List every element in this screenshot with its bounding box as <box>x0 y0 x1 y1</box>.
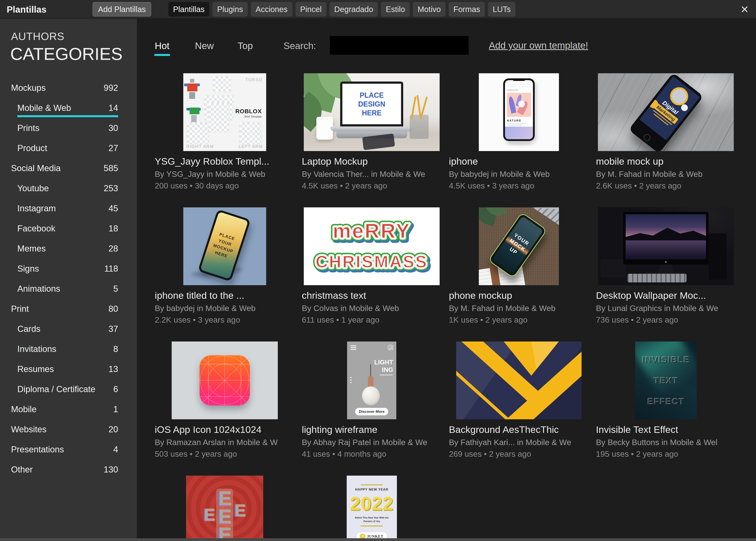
template-thumbnail-lighting-wireframe[interactable]: LIGHT ING Discover More <box>347 341 396 419</box>
sidebar-item-facebook[interactable]: Facebook18 <box>11 219 118 239</box>
template-usage: 611 uses • 1 year ago <box>302 315 442 324</box>
template-card[interactable]: meRRY meRRY meRRY CHRISMASS CHRISMASS CH… <box>302 208 442 341</box>
sidebar-item-print[interactable]: Print80 <box>11 299 118 319</box>
resource-tabs: Plantillas Plugins Acciones Pincel Degra… <box>168 2 516 17</box>
add-own-template-link[interactable]: Add your own template! <box>489 40 588 51</box>
template-byline: By M. Fahad in Mobile & Web <box>449 304 589 313</box>
sidebar-item-signs[interactable]: Signs118 <box>11 259 118 279</box>
template-thumbnail-aesthetic-background[interactable] <box>456 341 581 419</box>
template-usage: 1K uses • 2 years ago <box>449 315 589 324</box>
template-usage: 200 uses • 30 days ago <box>155 181 294 191</box>
keyboard <box>627 274 686 282</box>
template-thumbnail-desktop-wallpaper[interactable] <box>598 208 734 285</box>
sidebar-item-other[interactable]: Other130 <box>11 459 118 480</box>
sidebar-item-websites[interactable]: Websites20 <box>11 419 118 439</box>
tab-pincel[interactable]: Pincel <box>295 2 326 17</box>
tab-luts[interactable]: LUTs <box>488 2 516 17</box>
discover-more-button: Discover More <box>355 408 388 415</box>
search-input[interactable] <box>330 36 469 55</box>
close-icon[interactable]: ✕ <box>740 0 749 19</box>
sidebar-item-youtube[interactable]: Youtube253 <box>11 178 118 198</box>
authors-heading[interactable]: AUTHORS <box>11 30 64 42</box>
svg-text:CHRISMASS: CHRISMASS <box>316 252 428 271</box>
horizontal-scrollbar[interactable] <box>0 538 756 541</box>
template-card[interactable]: Digital Marketing mobile mock up By M. F… <box>596 73 736 208</box>
template-thumbnail-new-year-2022[interactable]: HAPPY NEW YEAR 2022 Relish This New Year… <box>347 476 397 541</box>
sidebar-item-cards[interactable]: Cards37 <box>11 319 118 339</box>
template-byline: By babydej in Mobile & Web <box>155 304 294 313</box>
sidebar-item-memes[interactable]: Memes28 <box>11 239 118 259</box>
app-icon <box>199 355 250 405</box>
template-card[interactable]: PLACE DESIGN HERE Laptop Mockup By Valen… <box>302 73 442 208</box>
template-usage: 4.5K uses • 3 years ago <box>449 181 589 191</box>
plantillas-panel: Plantillas Add Plantillas Plantillas Plu… <box>0 0 756 541</box>
template-thumbnail-phone-mockup[interactable]: YOUR MOCK UP <box>479 208 559 285</box>
tab-estilo[interactable]: Estilo <box>381 2 410 17</box>
template-card[interactable]: YOUR MOCK UP phone mockup By M. Fahad in… <box>449 208 589 341</box>
sidebar-item-animations[interactable]: Animations5 <box>11 279 118 299</box>
panel-title: Plantillas <box>7 0 47 19</box>
sort-tab-hot[interactable]: Hot <box>155 40 170 51</box>
category-list: Mockups992 Mobile & Web14 Prints30 Produ… <box>11 78 118 480</box>
sidebar-item-invitations[interactable]: Invitations8 <box>11 339 118 359</box>
tab-motivo[interactable]: Motivo <box>413 2 446 17</box>
sidebar-item-instagram[interactable]: Instagram45 <box>11 198 118 219</box>
template-title: lighting wireframe <box>302 424 442 435</box>
template-byline: By Ramazan Arslan in Mobile & W <box>155 438 294 447</box>
template-card[interactable]: TORSO ROBLOX Shirt Template RIGHT ARM LE… <box>155 73 294 208</box>
sidebar-item-social-media[interactable]: Social Media585 <box>11 158 118 178</box>
template-card[interactable]: LIGHT ING Discover More lighting wirefra… <box>302 341 442 476</box>
tab-degradado[interactable]: Degradado <box>330 2 378 17</box>
template-card[interactable]: E E E E E <box>155 476 294 541</box>
template-browser: Hot New Top Search: Add your own templat… <box>137 19 756 541</box>
template-byline: By YSG_Jayy in Mobile & Web <box>155 170 294 179</box>
template-card[interactable]: Background AesThecThic By Fathiyah Kari.… <box>449 341 589 476</box>
add-plantillas-button[interactable]: Add Plantillas <box>93 2 151 17</box>
template-title: Laptop Mockup <box>302 156 442 167</box>
template-title: YSG_Jayy Roblox Templ... <box>155 156 294 167</box>
template-byline: By Abhay Raj Patel in Mobile & We <box>302 438 442 447</box>
template-card[interactable]: PLACE YOUR MOCKUP HERE iphone titled to … <box>155 208 294 341</box>
template-card[interactable]: UPDATE NATURE iphone By babydej in Mobil… <box>449 73 589 208</box>
template-usage: 2.2K uses • 3 years ago <box>155 315 294 324</box>
template-thumbnail-laptop[interactable]: PLACE DESIGN HERE <box>304 73 440 151</box>
categories-heading[interactable]: CATEGORIES <box>10 44 123 64</box>
template-title: mobile mock up <box>596 156 736 167</box>
sort-tab-top[interactable]: Top <box>238 40 253 51</box>
template-thumbnail-christmas-text[interactable]: meRRY meRRY meRRY CHRISMASS CHRISMASS CH… <box>304 208 440 285</box>
template-thumbnail-tilted-iphone[interactable]: PLACE YOUR MOCKUP HERE <box>183 208 266 285</box>
template-card[interactable]: iOS App Icon 1024x1024 By Ramazan Arslan… <box>155 341 294 476</box>
template-usage: 2.6K uses • 2 years ago <box>596 181 736 191</box>
template-thumbnail-iphone[interactable]: UPDATE NATURE <box>479 73 559 151</box>
sidebar-item-resumes[interactable]: Resumes13 <box>11 359 118 379</box>
light-bulb <box>362 386 380 405</box>
sidebar-item-diploma-certificate[interactable]: Diploma / Certificate6 <box>11 379 118 399</box>
sidebar-item-prints[interactable]: Prints30 <box>11 118 118 138</box>
template-thumbnail-invisible-text[interactable]: INVISIBLE TEXT EFFECT <box>635 341 697 419</box>
template-thumbnail-roblox[interactable]: TORSO ROBLOX Shirt Template RIGHT ARM LE… <box>183 73 266 151</box>
sidebar-item-mobile[interactable]: Mobile1 <box>11 399 118 419</box>
template-thumbnail-ios-icon[interactable] <box>172 341 278 419</box>
sort-tab-new[interactable]: New <box>195 40 214 51</box>
tab-plugins[interactable]: Plugins <box>212 2 248 17</box>
tab-formas[interactable]: Formas <box>449 2 485 17</box>
template-title: phone mockup <box>449 290 589 301</box>
template-card[interactable]: HAPPY NEW YEAR 2022 Relish This New Year… <box>302 476 442 541</box>
template-thumbnail-red-text-effect[interactable]: E E E E E <box>186 476 263 541</box>
template-thumbnail-mobile-mockup[interactable]: Digital Marketing <box>598 73 734 151</box>
template-title: Background AesThecThic <box>449 424 589 435</box>
sidebar-item-mobile-web[interactable]: Mobile & Web14 <box>11 98 118 118</box>
tab-plantillas[interactable]: Plantillas <box>168 2 209 17</box>
template-byline: By Fathiyah Kari... in Mobile & We <box>449 438 589 447</box>
template-card[interactable]: INVISIBLE TEXT EFFECT Invisible Text Eff… <box>596 341 736 476</box>
template-usage: 4.5K uses • 2 years ago <box>302 181 442 191</box>
template-card[interactable]: Desktop Wallpaper Moc... By Lunal Graphi… <box>596 208 736 341</box>
sidebar-item-presentations[interactable]: Presentations4 <box>11 439 118 459</box>
topbar: Plantillas Add Plantillas Plantillas Plu… <box>0 0 756 19</box>
tab-acciones[interactable]: Acciones <box>251 2 292 17</box>
template-title: christmass text <box>302 290 442 301</box>
template-title: iphone <box>449 156 589 167</box>
active-sort-underline <box>154 54 170 56</box>
sidebar-item-product[interactable]: Product27 <box>11 138 118 158</box>
sidebar-item-mockups[interactable]: Mockups992 <box>11 78 118 98</box>
